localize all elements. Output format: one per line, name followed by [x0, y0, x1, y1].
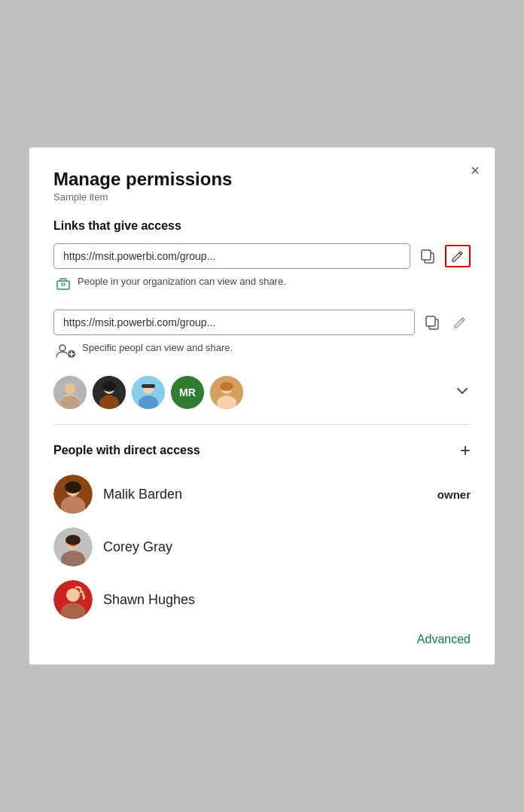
- svg-rect-3: [62, 283, 65, 285]
- advanced-link-container: Advanced: [53, 633, 471, 646]
- link-2-desc: Specific peopl can view and share.: [53, 341, 471, 362]
- edit-link-1-button[interactable]: [445, 245, 471, 267]
- edit-icon-2: [452, 315, 468, 330]
- link-1-access-text: People in your organization can view and…: [78, 275, 286, 288]
- panel-subtitle: Sample item: [53, 191, 471, 203]
- panel-title: Manage permissions: [53, 169, 471, 190]
- link-row-1: [53, 243, 471, 269]
- person-name-corey: Corey Gray: [103, 539, 460, 555]
- svg-point-34: [65, 481, 81, 493]
- advanced-button[interactable]: Advanced: [417, 633, 471, 646]
- copy-link-2-button[interactable]: [421, 311, 443, 334]
- svg-point-14: [65, 383, 75, 394]
- copy-icon: [419, 248, 436, 264]
- direct-access-header: People with direct access +: [53, 440, 471, 461]
- svg-point-39: [66, 535, 81, 545]
- avatar-mr: MR: [171, 376, 204, 409]
- link-block-1: People in your organization can view and…: [53, 243, 471, 296]
- copy-link-1-button[interactable]: [416, 245, 439, 267]
- add-person-button[interactable]: +: [460, 440, 471, 461]
- edit-link-2-button[interactable]: [449, 312, 471, 333]
- avatar-corey: [53, 527, 93, 566]
- link-row-2: [53, 310, 471, 335]
- svg-point-19: [102, 381, 116, 392]
- svg-point-6: [59, 345, 66, 351]
- svg-rect-25: [142, 384, 155, 388]
- person-role-malik: owner: [437, 488, 471, 501]
- link-input-1[interactable]: [53, 243, 410, 269]
- chevron-down-icon: [454, 383, 471, 399]
- edit-icon: [450, 249, 465, 264]
- direct-access-title: People with direct access: [53, 444, 200, 457]
- svg-rect-5: [426, 316, 435, 326]
- avatar-malik: [53, 475, 93, 514]
- avatar-3: [132, 376, 165, 409]
- person-name-malik: Malik Barden: [103, 487, 427, 502]
- avatar-2: [93, 376, 126, 409]
- avatars-row: MR: [53, 376, 471, 409]
- expand-avatars-button[interactable]: [454, 383, 471, 403]
- close-button[interactable]: ×: [471, 163, 480, 178]
- org-icon: [55, 276, 72, 296]
- links-section-title: Links that give access: [53, 219, 471, 233]
- avatar-shawn: [53, 580, 93, 619]
- link-1-desc: People in your organization can view and…: [53, 275, 471, 296]
- person-row-corey: Corey Gray: [53, 527, 471, 566]
- manage-permissions-panel: × Manage permissions Sample item Links t…: [29, 147, 495, 665]
- specific-people-icon: [55, 342, 76, 362]
- svg-point-41: [66, 588, 80, 602]
- copy-icon-2: [424, 314, 440, 331]
- svg-point-29: [220, 382, 233, 391]
- avatar-5: [210, 376, 243, 409]
- link-2-access-text: Specific peopl can view and share.: [82, 341, 233, 355]
- link-input-2[interactable]: [53, 310, 415, 335]
- section-divider: [53, 424, 471, 425]
- person-row-shawn: Shawn Hughes: [53, 580, 471, 619]
- person-name-shawn: Shawn Hughes: [103, 592, 460, 608]
- link-block-2: Specific peopl can view and share.: [53, 310, 471, 409]
- person-row-malik: Malik Barden owner: [53, 475, 471, 514]
- avatar-1: [53, 376, 87, 409]
- svg-rect-1: [422, 250, 431, 260]
